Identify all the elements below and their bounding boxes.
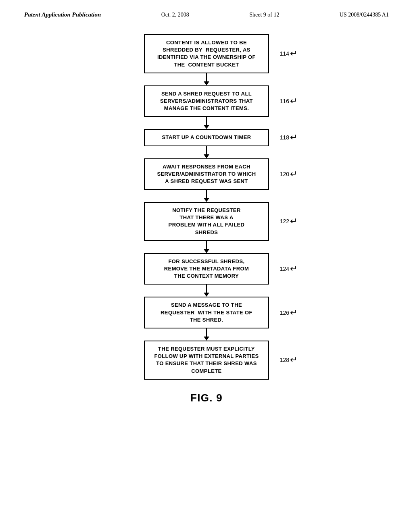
flow-box-128: THE REQUESTER MUST EXPLICITLYFOLLOW UP W… (144, 341, 269, 380)
flow-label-118: 118↵ (280, 133, 297, 142)
flow-label-124: 124↵ (280, 264, 297, 273)
page-header: Patent Application Publication Oct. 2, 2… (0, 0, 413, 22)
flow-label-126: 126↵ (280, 308, 297, 317)
flow-label-116: 116↵ (280, 97, 297, 106)
flow-box-120: AWAIT RESPONSES FROM EACHSERVER/ADMINIST… (144, 158, 269, 190)
figure-caption: FIG. 9 (190, 392, 223, 404)
flow-label-114: 114↵ (280, 49, 297, 58)
flow-box-114: CONTENT IS ALLOWED TO BESHREDDED BY REQU… (144, 34, 269, 73)
flow-label-128: 128↵ (280, 355, 297, 364)
flow-diagram: CONTENT IS ALLOWED TO BESHREDDED BY REQU… (0, 22, 413, 404)
flow-label-120: 120↵ (280, 170, 297, 179)
flow-box-122: NOTIFY THE REQUESTERTHAT THERE WAS APROB… (144, 202, 269, 241)
flow-box-126: SEND A MESSAGE TO THEREQUESTER WITH THE … (144, 297, 269, 328)
sheet-info: Sheet 9 of 12 (249, 12, 279, 18)
flow-item-122: NOTIFY THE REQUESTERTHAT THERE WAS APROB… (144, 202, 269, 241)
flow-item-120: AWAIT RESPONSES FROM EACHSERVER/ADMINIST… (144, 158, 269, 190)
flow-box-118: START UP A COUNTDOWN TIMER (144, 129, 269, 146)
flow-item-116: SEND A SHRED REQUEST TO ALLSERVERS/ADMIN… (144, 85, 269, 117)
flow-item-126: SEND A MESSAGE TO THEREQUESTER WITH THE … (144, 297, 269, 328)
flow-box-116: SEND A SHRED REQUEST TO ALLSERVERS/ADMIN… (144, 85, 269, 117)
flow-item-128: THE REQUESTER MUST EXPLICITLYFOLLOW UP W… (144, 341, 269, 380)
flow-item-124: FOR SUCCESSFUL SHREDS,REMOVE THE METADAT… (144, 253, 269, 285)
flow-label-122: 122↵ (280, 217, 297, 226)
flow-item-118: START UP A COUNTDOWN TIMER 118↵ (144, 129, 269, 146)
flow-item-114: CONTENT IS ALLOWED TO BESHREDDED BY REQU… (144, 34, 269, 73)
flow-box-124: FOR SUCCESSFUL SHREDS,REMOVE THE METADAT… (144, 253, 269, 285)
publication-title: Patent Application Publication (24, 11, 101, 18)
patent-number: US 2008/0244385 A1 (340, 12, 389, 18)
publication-date: Oct. 2, 2008 (161, 12, 189, 18)
